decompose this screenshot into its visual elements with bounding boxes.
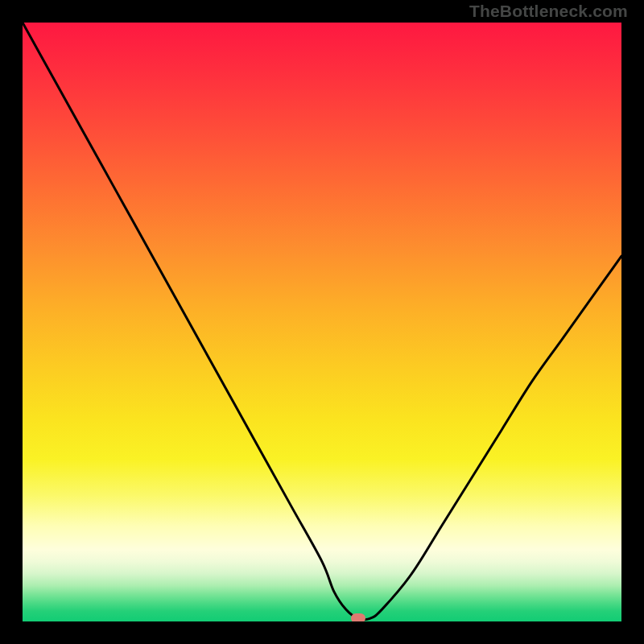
attribution-text: TheBottleneck.com: [469, 2, 628, 21]
bottleneck-curve: [23, 23, 621, 621]
minimum-marker: [351, 613, 365, 621]
plot-area: [23, 23, 621, 621]
chart-frame: TheBottleneck.com: [0, 0, 644, 644]
